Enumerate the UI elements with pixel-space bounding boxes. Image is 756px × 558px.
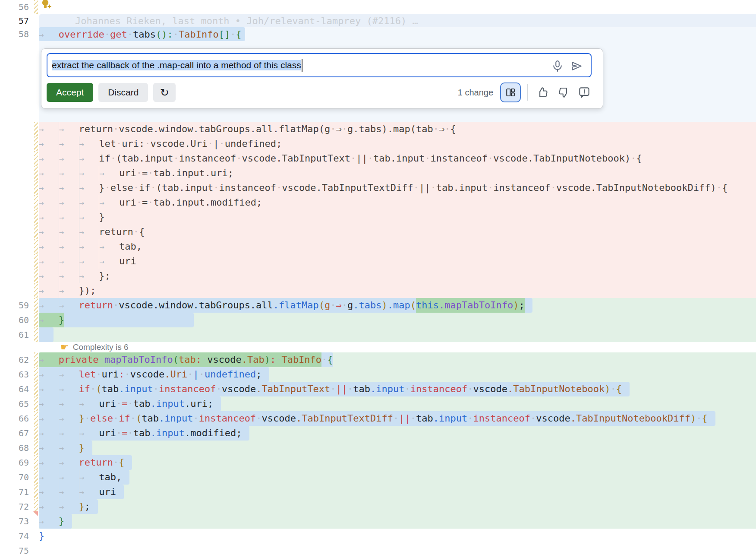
line-number[interactable]: 70 (19, 472, 29, 482)
code-line-content[interactable]: uri (39, 254, 756, 269)
code-token: ) (690, 411, 696, 426)
tab-whitespace-arrow (59, 382, 79, 396)
toggle-diff-preview-button[interactable] (500, 82, 521, 102)
code-line-content[interactable]: uri·=·tab.input.modified; (39, 195, 756, 210)
code-token: if (79, 382, 91, 396)
code-line-content[interactable]: return·{ (39, 455, 756, 470)
code-line-content[interactable]: return·vscode.window.tabGroups.all.flatM… (39, 122, 756, 136)
line-number[interactable]: 74 (19, 531, 29, 541)
code-token: vscode (536, 411, 570, 426)
thumbs-down-icon[interactable] (554, 83, 573, 101)
code-line: uri (0, 254, 756, 269)
tab-whitespace-arrow (99, 195, 119, 210)
thumbs-up-icon[interactable] (534, 83, 552, 101)
code-line-content[interactable]: }·else·if·(tab.input·instanceof·vscode.T… (39, 411, 756, 426)
code-line-content[interactable]: override·get·tabs():·TabInfo[]·{ (39, 27, 756, 41)
code-token: { (636, 151, 642, 166)
gutter (0, 181, 39, 195)
tab-whitespace-arrow (59, 181, 79, 195)
code-token: ) (265, 352, 270, 367)
code-line-content[interactable]: if·(tab.input·instanceof·vscode.TabInput… (39, 382, 756, 396)
code-line-74: 74} (0, 529, 756, 543)
report-issue-icon[interactable] (575, 83, 593, 101)
code-token: · (116, 426, 122, 441)
tab-whitespace-arrow (39, 382, 59, 396)
line-number[interactable]: 71 (19, 487, 29, 497)
code-line-content[interactable]: private·mapTabToInfo(tab:·vscode.Tab):·T… (39, 352, 756, 367)
code-line-content[interactable]: }; (39, 499, 756, 514)
line-number[interactable]: 56 (19, 2, 29, 12)
code-line-content[interactable]: } (39, 441, 756, 455)
tab-whitespace-arrow (39, 166, 59, 181)
code-line-content[interactable]: Johannes Rieken, last month • Joh/releva… (39, 14, 756, 27)
line-number[interactable]: 61 (19, 330, 29, 340)
selection-highlight: uri (39, 485, 124, 499)
copilot-lightbulb-icon[interactable] (41, 0, 53, 16)
line-number[interactable]: 63 (19, 369, 29, 380)
code-line: uri·=·tab.input.uri; (0, 166, 756, 181)
code-line-content[interactable]: let·uri:·vscode.Uri·|·undefined; (39, 367, 756, 382)
code-token: · (530, 411, 536, 426)
code-line-content[interactable]: } (39, 529, 756, 543)
microphone-icon[interactable] (551, 60, 564, 73)
line-number[interactable]: 75 (19, 545, 29, 556)
code-line-content[interactable]: tab, (39, 470, 756, 485)
code-token: uri (119, 166, 136, 181)
code-token: else (90, 411, 113, 426)
line-number[interactable]: 65 (19, 399, 29, 409)
code-line-content[interactable]: tab, (39, 239, 756, 254)
line-number[interactable]: 64 (19, 384, 29, 394)
code-token: .tabs (353, 298, 381, 313)
line-number[interactable]: 57 (19, 16, 29, 26)
code-line-content[interactable]: uri·=·tab.input.modified; (39, 426, 756, 441)
code-token: ⇒ (439, 122, 444, 136)
code-line-content[interactable]: ☛Complexity is 6 (39, 342, 756, 352)
code-token: | (193, 367, 198, 382)
line-number[interactable]: 58 (19, 29, 29, 39)
code-token: · (276, 181, 282, 195)
accept-button[interactable]: Accept (47, 83, 93, 102)
code-token: · (630, 151, 636, 166)
line-number[interactable]: 72 (19, 501, 29, 512)
line-number[interactable]: 59 (19, 300, 29, 311)
code-line-content[interactable] (39, 327, 756, 342)
code-line-content[interactable]: } (39, 210, 756, 225)
line-number[interactable]: 66 (19, 413, 29, 424)
code-token: · (433, 122, 439, 136)
code-line-content[interactable] (39, 0, 756, 14)
discard-button[interactable]: Discard (98, 83, 148, 102)
tab-whitespace-arrow (79, 239, 99, 254)
code-token: vscode.TabInputTextDiff (282, 181, 413, 195)
chat-input[interactable]: extract the callback of the .map-call in… (47, 53, 592, 77)
line-number[interactable]: 68 (19, 443, 29, 453)
code-line-content[interactable]: let·uri:·vscode.Uri·|·undefined; (39, 136, 756, 151)
code-token: · (368, 151, 373, 166)
line-number[interactable]: 60 (19, 315, 29, 325)
code-line-content[interactable]: }·else·if·(tab.input·instanceof·vscode.T… (39, 181, 756, 195)
code-token: · (696, 411, 702, 426)
code-line-content[interactable]: return·{ (39, 225, 756, 239)
line-number[interactable]: 67 (19, 428, 29, 438)
gutter (0, 269, 39, 283)
highlight-spacer (64, 313, 194, 327)
code-line-content[interactable]: uri·=·tab.input.uri; (39, 396, 756, 411)
code-line-content[interactable]: uri·=·tab.input.uri; (39, 166, 756, 181)
selection-highlight: tab, (39, 470, 129, 485)
code-line-content[interactable]: } (39, 514, 756, 529)
code-token: private (59, 352, 99, 367)
code-line-content[interactable]: uri (39, 485, 756, 499)
code-line-content[interactable]: } (39, 313, 756, 327)
send-icon[interactable] (570, 60, 583, 73)
code-line-content[interactable]: if·(tab.input·instanceof·vscode.TabInput… (39, 151, 756, 166)
line-number[interactable]: 62 (19, 355, 29, 365)
code-line-content[interactable]: }); (39, 283, 756, 298)
code-line-content[interactable]: return·vscode.window.tabGroups.all.flatM… (39, 298, 756, 313)
code-token: { (722, 181, 728, 195)
line-number[interactable]: 73 (19, 516, 29, 526)
code-line-content[interactable] (39, 543, 756, 558)
code-line-content[interactable]: }; (39, 269, 756, 283)
line-number[interactable]: 69 (19, 457, 29, 468)
code-token: · (116, 136, 122, 151)
retry-icon[interactable]: ↻ (153, 83, 176, 102)
code-token: override (59, 27, 104, 41)
